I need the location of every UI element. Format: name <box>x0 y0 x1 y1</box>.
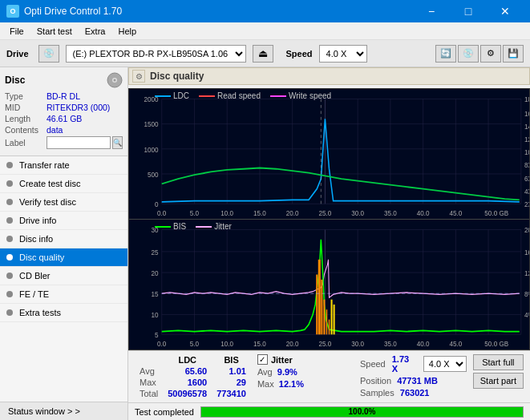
sidebar-item-disc-quality[interactable]: Disc quality <box>0 248 127 267</box>
sidebar-item-transfer-rate[interactable]: Transfer rate <box>0 156 127 175</box>
legend-jitter: Jitter <box>196 222 232 231</box>
sidebar-item-disc-info[interactable]: Disc info <box>0 230 127 248</box>
content-area: ⚙ Disc quality LDC Read speed <box>128 67 530 420</box>
chart-header: ⚙ Disc quality <box>128 67 530 85</box>
drive-select[interactable]: (E:) PLEXTOR BD-R PX-LB950SA 1.06 <box>66 45 246 63</box>
save-button[interactable]: 💾 <box>503 45 524 63</box>
stats-total-row: Total 50096578 773410 <box>135 388 251 399</box>
drivebar: Drive 💿 (E:) PLEXTOR BD-R PX-LB950SA 1.0… <box>0 40 530 67</box>
drive-icon-btn[interactable]: 💿 <box>38 45 59 63</box>
legend-write-color <box>270 95 286 97</box>
max-jitter-value: 12.1% <box>279 379 304 389</box>
menu-help[interactable]: Help <box>111 25 143 38</box>
stats-speed-section: Speed 1.73 X 4.0 X Position 47731 MB Sam… <box>360 354 467 398</box>
svg-text:20%: 20% <box>524 225 529 234</box>
sidebar-item-verify-test-disc[interactable]: Verify test disc <box>0 193 127 212</box>
sidebar-item-drive-info[interactable]: Drive info <box>0 212 127 230</box>
disc-panel-header: Disc <box>5 72 123 88</box>
legend-ldc-color <box>155 95 171 97</box>
svg-text:18X: 18X <box>524 95 529 103</box>
nav-label-verify-test-disc: Verify test disc <box>19 197 76 207</box>
svg-text:1500: 1500 <box>144 120 159 129</box>
disc-panel: Disc Type BD-R DL MID RITEKDR3 (000) Len… <box>0 67 127 156</box>
charts-container: LDC Read speed Write speed <box>128 88 530 350</box>
eject-button[interactable]: ⏏ <box>253 45 273 63</box>
samples-value: 763021 <box>400 388 430 398</box>
nav-label-transfer-rate: Transfer rate <box>19 160 70 170</box>
speed-info-select[interactable]: 4.0 X <box>423 356 467 372</box>
svg-text:5.0: 5.0 <box>190 340 199 349</box>
disc-label-button[interactable]: 🔍 <box>112 136 123 149</box>
sidebar-item-create-test-disc[interactable]: Create test disc <box>0 175 127 193</box>
svg-text:45.0: 45.0 <box>449 209 462 218</box>
settings-button[interactable]: ⚙ <box>480 45 501 63</box>
svg-text:6X: 6X <box>524 174 529 183</box>
start-full-button[interactable]: Start full <box>473 354 524 370</box>
jitter-row: ✓ Jitter <box>257 354 354 365</box>
sidebar-item-extra-tests[interactable]: Extra tests <box>0 304 127 322</box>
disc-type-label: Type <box>5 91 47 101</box>
disc-label-label: Label <box>5 138 47 147</box>
position-row: Position 47731 MB <box>360 376 467 386</box>
legend-bis-text: BIS <box>173 222 186 231</box>
svg-text:10.0: 10.0 <box>220 209 233 218</box>
svg-text:16%: 16% <box>524 248 529 256</box>
disc-contents-label: Contents <box>5 125 47 135</box>
top-chart: LDC Read speed Write speed <box>129 89 529 220</box>
legend-bis-color <box>155 226 171 228</box>
disc-contents-row: Contents data <box>5 125 123 135</box>
svg-text:20.0: 20.0 <box>286 209 299 218</box>
disc-button[interactable]: 💿 <box>458 45 479 63</box>
nav-label-disc-info: Disc info <box>19 234 53 244</box>
close-button[interactable]: ✕ <box>487 0 524 22</box>
progress-bar-text: 100.0% <box>201 407 523 417</box>
disc-contents-value: data <box>47 125 63 135</box>
disc-label-row: Label 🔍 <box>5 136 123 149</box>
status-window-button[interactable]: Status window > > <box>0 402 127 420</box>
bottom-chart: BIS Jitter <box>129 220 529 349</box>
speed-info-row: Speed 1.73 X 4.0 X <box>360 354 467 374</box>
svg-text:16X: 16X <box>524 109 529 118</box>
speed-select[interactable]: 4.0 X <box>319 45 367 63</box>
svg-text:1000: 1000 <box>144 145 159 154</box>
svg-text:2X: 2X <box>524 200 529 208</box>
nav-label-drive-info: Drive info <box>19 216 56 225</box>
stats-total-ldc: 50096578 <box>163 388 212 399</box>
app-title: Opti Drive Control 1.70 <box>24 6 122 17</box>
menu-extra[interactable]: Extra <box>79 25 112 38</box>
jitter-checkbox[interactable]: ✓ <box>257 354 268 365</box>
maximize-button[interactable]: □ <box>450 0 487 22</box>
svg-text:15: 15 <box>152 289 159 298</box>
speed-info-label: Speed <box>360 359 386 369</box>
menu-file[interactable]: File <box>3 25 30 38</box>
svg-text:0.0: 0.0 <box>157 209 166 218</box>
speed-info-value: 1.73 X <box>392 354 417 374</box>
titlebar: O Opti Drive Control 1.70 − □ ✕ <box>0 0 530 22</box>
disc-image-icon <box>107 72 123 88</box>
stats-table: LDC BIS Avg 65.60 1.01 Max 1600 29 Tot <box>135 354 251 399</box>
legend-bis: BIS <box>155 222 186 231</box>
jitter-label: Jitter <box>271 355 293 365</box>
disc-label-input[interactable] <box>47 136 111 149</box>
svg-point-2 <box>114 79 116 82</box>
start-part-button[interactable]: Start part <box>473 373 524 389</box>
stats-header-row: LDC BIS <box>135 354 251 365</box>
stats-data-table: LDC BIS Avg 65.60 1.01 Max 1600 29 Tot <box>135 354 251 399</box>
progress-bar-container: 100.0% <box>200 406 524 418</box>
refresh-button[interactable]: 🔄 <box>435 45 456 63</box>
disc-mid-label: MID <box>5 103 47 112</box>
stats-jitter-section: ✓ Jitter Avg 9.9% Max 12.1% <box>257 354 354 389</box>
svg-text:25: 25 <box>152 248 159 256</box>
sidebar-item-cd-bler[interactable]: CD Bler <box>0 267 127 285</box>
svg-text:50.0 GB: 50.0 GB <box>484 209 508 218</box>
sidebar-item-fe-te[interactable]: FE / TE <box>0 285 127 304</box>
svg-text:4X: 4X <box>524 187 529 196</box>
svg-text:5: 5 <box>155 330 159 339</box>
stats-empty-cell <box>135 354 163 365</box>
stats-ldc-header: LDC <box>163 354 212 365</box>
svg-text:5.0: 5.0 <box>190 209 199 218</box>
disc-type-value: BD-R DL <box>47 91 80 101</box>
minimize-button[interactable]: − <box>413 0 450 22</box>
avg-jitter-row: Avg 9.9% <box>257 367 354 377</box>
menu-start-test[interactable]: Start test <box>30 25 79 38</box>
